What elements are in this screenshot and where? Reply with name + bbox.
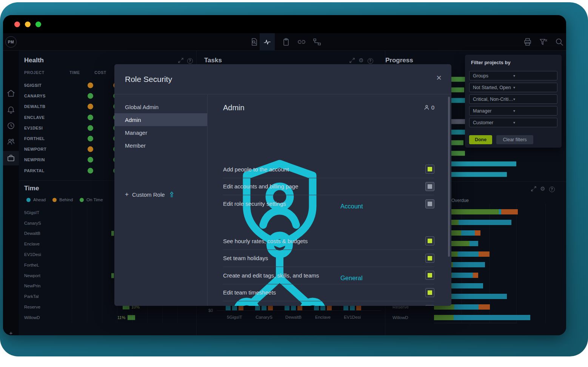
- checkbox-fill: [428, 239, 432, 243]
- checkbox-fill: [428, 184, 432, 189]
- filter-dropdown[interactable]: Not Started, Open▾: [469, 83, 557, 92]
- schedule-clock-icon[interactable]: [6, 121, 15, 130]
- search-icon[interactable]: [555, 37, 564, 46]
- permission-checkbox[interactable]: [425, 288, 434, 297]
- settings-gear-icon[interactable]: ⚙: [358, 57, 365, 64]
- gridline: [72, 206, 72, 323]
- bar-segment: [434, 315, 454, 320]
- time-status-dot: [88, 168, 93, 173]
- expand-icon[interactable]: [530, 185, 537, 192]
- filter-dropdown[interactable]: Groups▾: [469, 71, 557, 80]
- time-status-dot: [88, 104, 93, 109]
- pm-logo[interactable]: PM: [5, 36, 17, 48]
- help-icon[interactable]: ?: [367, 57, 374, 64]
- done-button[interactable]: Done: [469, 135, 492, 144]
- expand-icon[interactable]: [349, 57, 356, 64]
- audit-search-icon[interactable]: [249, 37, 259, 46]
- filter-dropdown[interactable]: Manager▾: [469, 106, 557, 116]
- help-icon[interactable]: ?: [548, 186, 555, 193]
- maximize-window-button[interactable]: [35, 22, 41, 27]
- bar-segment: [452, 273, 473, 278]
- clipboard-icon[interactable]: [282, 37, 291, 46]
- roles-list-panel: Global AdminAdminManagerMember + Custom …: [114, 94, 208, 306]
- chevron-down-icon: ▾: [513, 85, 554, 89]
- bar-segment: [501, 209, 518, 214]
- permission-checkbox[interactable]: [425, 271, 434, 280]
- role-list-item[interactable]: Manager: [114, 126, 207, 139]
- close-window-button[interactable]: [14, 22, 20, 27]
- print-icon[interactable]: [523, 37, 532, 46]
- clear-filters-button[interactable]: Clear filters: [496, 135, 533, 144]
- bar-segment: [469, 241, 478, 246]
- workflow-icon[interactable]: [312, 37, 322, 46]
- legend-dot: [52, 198, 57, 202]
- general-permissions: See hourly rates, costs & budgetsSet tea…: [223, 233, 434, 306]
- add-icon[interactable]: +: [6, 328, 15, 335]
- time-status-dot: [88, 136, 93, 142]
- link-icon[interactable]: [297, 37, 306, 46]
- time-chart-row: WillowD11%: [19, 312, 196, 323]
- permission-row: Edit accounts and billing page: [223, 178, 434, 196]
- bar-segment: [459, 220, 511, 225]
- permission-label: Create and edit tags, skills, and teams: [223, 272, 425, 279]
- people-icon[interactable]: [6, 137, 15, 146]
- permission-checkbox[interactable]: [425, 182, 434, 191]
- modal-scrollbar[interactable]: [448, 97, 450, 257]
- role-list-item[interactable]: Member: [114, 139, 207, 152]
- person-icon: [423, 104, 430, 111]
- permission-checkbox[interactable]: [425, 305, 434, 306]
- time-bar-segment: [128, 315, 135, 320]
- bar-segment: [461, 230, 475, 236]
- checkbox-fill: [428, 167, 432, 171]
- project-name: EV1DESI: [24, 126, 43, 130]
- app-window: PM: [3, 15, 566, 335]
- filter-title: Filter projects by: [471, 60, 511, 65]
- add-custom-role-button[interactable]: + Custom Role: [125, 191, 175, 198]
- role-list-item[interactable]: Admin: [114, 113, 207, 126]
- filter-dropdown[interactable]: Critical, Non-Critical, Very Impor...▾: [469, 94, 557, 104]
- category-label: 5GigsIT: [227, 315, 242, 319]
- activity-icon[interactable]: [263, 37, 272, 46]
- chevron-down-icon: ▾: [513, 74, 554, 78]
- role-list-item[interactable]: Global Admin: [114, 100, 207, 113]
- projects-briefcase-icon[interactable]: [6, 154, 15, 163]
- permission-checkbox[interactable]: [425, 199, 434, 208]
- project-name: CanaryS: [24, 221, 41, 225]
- time-legend: AheadBehindOn Time: [26, 197, 103, 202]
- home-icon[interactable]: [6, 89, 15, 98]
- filter-popover: Filter projects by Groups▾Not Started, O…: [465, 55, 562, 148]
- checkbox-fill: [428, 202, 432, 206]
- project-name: 5GigsIT: [24, 210, 39, 215]
- legend-item: Behind: [52, 197, 73, 202]
- roles-list: Global AdminAdminManagerMember: [114, 100, 207, 152]
- progress-chart-row: [434, 169, 562, 180]
- notifications-bell-icon[interactable]: [6, 105, 15, 114]
- gridline: [102, 206, 102, 323]
- permission-checkbox[interactable]: [425, 254, 434, 263]
- minimize-window-button[interactable]: [25, 22, 31, 27]
- permission-label: See hourly rates, costs & budgets: [223, 238, 425, 244]
- project-name: FortheL: [24, 263, 39, 267]
- time-panel-title: Time: [24, 185, 39, 192]
- column-header: COST: [94, 70, 107, 75]
- project-name: 5GIGSIT: [24, 83, 42, 88]
- role-user-count: 0: [423, 104, 434, 111]
- close-icon[interactable]: ×: [436, 73, 442, 82]
- dropdown-value: Critical, Non-Critical, Very Impor...: [473, 97, 513, 102]
- column-header: PROJECT: [24, 70, 45, 75]
- filter-dropdown[interactable]: Customer▾: [469, 118, 557, 127]
- bar-segment: [452, 294, 507, 299]
- expand-icon[interactable]: [177, 57, 184, 64]
- health-panel-title: Health: [24, 57, 44, 64]
- checkbox-fill: [428, 273, 432, 278]
- settings-gear-icon[interactable]: ⚙: [539, 185, 546, 192]
- clear-filter-icon[interactable]: [539, 37, 548, 46]
- progress-chart-row: [434, 159, 562, 169]
- permission-checkbox[interactable]: [425, 236, 434, 245]
- help-icon[interactable]: ?: [186, 57, 193, 64]
- gridline: [87, 206, 87, 323]
- permission-row: Edit team timesheets: [223, 284, 434, 302]
- overdue-axis-line: [434, 323, 517, 323]
- permission-checkbox[interactable]: [425, 165, 434, 174]
- time-bar-segment: [111, 273, 114, 278]
